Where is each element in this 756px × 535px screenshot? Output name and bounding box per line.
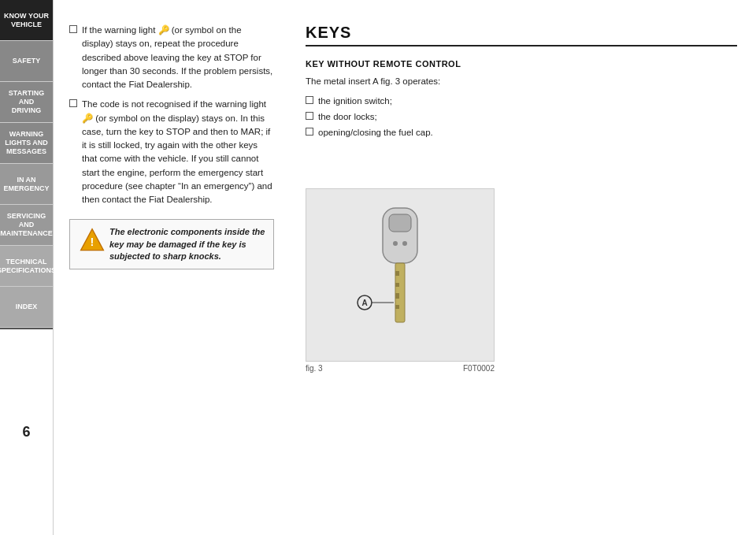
sidebar-item-index[interactable]: INDEX <box>0 287 53 328</box>
keys-list-item-1: the ignition switch; <box>306 95 737 107</box>
warning-triangle-icon: ! <box>78 226 102 250</box>
svg-point-4 <box>393 241 398 246</box>
svg-text:!: ! <box>91 236 94 248</box>
keys-list-item-2: the door locks; <box>306 110 737 123</box>
warning-text: The electronic components inside the key… <box>109 226 265 262</box>
key-fob-svg: A <box>329 200 471 350</box>
svg-rect-10 <box>395 305 399 309</box>
left-column: If the warning light 🔑 (or symbol on the… <box>54 0 290 535</box>
paragraph-2: The code is not recognised if the warnin… <box>69 98 274 206</box>
sidebar-item-servicing[interactable]: SERVICING AND MAINTENANCE <box>0 205 53 246</box>
svg-rect-9 <box>395 293 399 299</box>
svg-point-5 <box>402 241 407 246</box>
svg-text:A: A <box>361 299 367 307</box>
key-illustration: A <box>306 189 494 361</box>
keys-subtitle: KEY WITHOUT REMOTE CONTROL <box>306 59 737 69</box>
paragraph-1: If the warning light 🔑 (or symbol on the… <box>69 24 274 91</box>
checkbox-1 <box>69 25 77 33</box>
checkbox-keys-2 <box>306 112 313 120</box>
sidebar-item-warning-lights[interactable]: WARNING LIGHTS AND MESSAGES <box>0 123 53 164</box>
sidebar-item-starting-driving[interactable]: STARTING AND DRIVING <box>0 82 53 123</box>
paragraph-1-text: If the warning light 🔑 (or symbol on the… <box>82 24 274 91</box>
sidebar-item-technical[interactable]: TECHNICAL SPECIFICATIONS <box>0 246 53 287</box>
svg-rect-8 <box>395 283 399 287</box>
svg-rect-7 <box>395 271 399 276</box>
warning-box: ! The electronic components inside the k… <box>69 219 274 269</box>
main-content: If the warning light 🔑 (or symbol on the… <box>54 0 756 535</box>
keys-description: The metal insert A fig. 3 operates: <box>306 75 737 88</box>
figure-caption-left: fig. 3 <box>306 364 323 373</box>
page-number: 6 <box>0 328 53 535</box>
figure-container: A fig. 3 F0T0002 <box>306 165 737 373</box>
paragraph-2-text: The code is not recognised if the warnin… <box>82 98 274 206</box>
right-column: KEYS KEY WITHOUT REMOTE CONTROL The meta… <box>290 0 756 535</box>
sidebar-item-safety[interactable]: SAFETY <box>0 41 53 82</box>
svg-rect-3 <box>389 214 411 232</box>
figure-box: A <box>306 188 495 362</box>
figure-caption: fig. 3 F0T0002 <box>306 364 495 373</box>
keys-title: KEYS <box>306 24 737 46</box>
checkbox-keys-3 <box>306 128 313 136</box>
sidebar: KNOW YOUR VEHICLE SAFETY STARTING AND DR… <box>0 0 54 535</box>
sidebar-item-emergency[interactable]: IN AN EMERGENCY <box>0 164 53 205</box>
figure-caption-right: F0T0002 <box>463 364 495 373</box>
checkbox-keys-1 <box>306 96 313 104</box>
checkbox-2 <box>69 99 77 107</box>
keys-list-item-3: opening/closing the fuel cap. <box>306 126 737 139</box>
sidebar-item-know-your-vehicle[interactable]: KNOW YOUR VEHICLE <box>0 0 53 41</box>
